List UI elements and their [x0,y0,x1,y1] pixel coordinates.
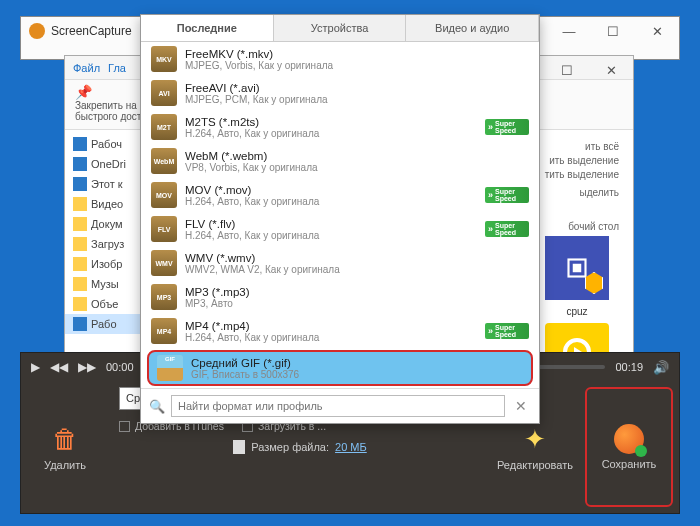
format-name: MP4 (*.mp4) [185,320,477,332]
save-button[interactable]: Сохранить [585,387,673,507]
format-badge-icon: MOV [151,182,177,208]
volume-icon[interactable]: 🔊 [653,360,669,375]
close-button[interactable]: ✕ [635,17,679,45]
format-badge-icon: MKV [151,46,177,72]
ribbon-tab-home[interactable]: Гла [108,62,126,74]
format-name: M2TS (*.m2ts) [185,116,477,128]
format-name: MOV (*.mov) [185,184,477,196]
format-detail: H.264, Авто, Как у оригинала [185,196,477,207]
tab-video-audio[interactable]: Видео и аудио [406,15,539,41]
format-search-input[interactable] [171,395,505,417]
format-badge-icon: AVI [151,80,177,106]
explorer-max-button[interactable]: ☐ [545,56,589,84]
gif-icon: GIF [157,355,183,381]
filesize-label: Размер файла: [251,441,329,453]
format-item[interactable]: AVI FreeAVI (*.avi) MJPEG, PCM, Как у ор… [141,76,539,110]
format-item[interactable]: FLV FLV (*.flv) H.264, Авто, Как у ориги… [141,212,539,246]
play-button[interactable]: ▶ [31,360,40,374]
format-dropdown: Последние Устройства Видео и аудио MKV F… [140,14,540,424]
superspeed-badge: Super Speed [485,187,529,203]
format-detail: MP3, Авто [185,298,529,309]
format-name: WebM (*.webm) [185,150,529,162]
tab-recent[interactable]: Последние [141,15,274,41]
pin-icon: 📌 [75,84,92,100]
search-icon: 🔍 [149,399,165,414]
format-detail: H.264, Авто, Как у оригинала [185,128,477,139]
format-item[interactable]: MOV MOV (*.mov) H.264, Авто, Как у ориги… [141,178,539,212]
ribbon-tab-file[interactable]: Файл [73,62,100,74]
format-badge-icon: FLV [151,216,177,242]
format-badge-icon: MP3 [151,284,177,310]
format-detail: WMV2, WMA V2, Как у оригинала [185,264,529,275]
superspeed-badge: Super Speed [485,119,529,135]
tab-devices[interactable]: Устройства [274,15,407,41]
app-title: ScreenCapture [51,24,132,38]
filesize-value[interactable]: 20 МБ [335,441,367,453]
wand-icon: ✦ [524,424,546,455]
format-item[interactable]: MKV FreeMKV (*.mkv) MJPEG, Vorbis, Как у… [141,42,539,76]
superspeed-badge: Super Speed [485,221,529,237]
superspeed-badge: Super Speed [485,323,529,339]
format-detail: VP8, Vorbis, Как у оригинала [185,162,529,173]
format-badge-icon: WebM [151,148,177,174]
format-item-selected[interactable]: GIF Средний GIF (*.gif) GIF, Вписать в 5… [147,350,533,386]
format-detail: GIF, Вписать в 500x376 [191,369,523,380]
format-name: FreeMKV (*.mkv) [185,48,529,60]
format-detail: H.264, Авто, Как у оригинала [185,332,477,343]
trash-icon: 🗑 [52,424,78,455]
format-item[interactable]: WebM WebM (*.webm) VP8, Vorbis, Как у ор… [141,144,539,178]
next-frame-button[interactable]: ▶▶ [78,360,96,374]
format-name: FLV (*.flv) [185,218,477,230]
format-name: MP3 (*.mp3) [185,286,529,298]
format-detail: MJPEG, PCM, Как у оригинала [185,94,529,105]
format-badge-icon: MP4 [151,318,177,344]
document-icon [233,440,245,454]
svg-rect-1 [573,264,582,273]
format-name: FreeAVI (*.avi) [185,82,529,94]
time-total: 00:19 [615,361,643,373]
maximize-button[interactable]: ☐ [591,17,635,45]
explorer-select-menu: ить всё ить выделение тить выделение ыде… [545,140,619,234]
minimize-button[interactable]: — [547,17,591,45]
format-item[interactable]: MP4 MP4 (*.mp4) H.264, Авто, Как у ориги… [141,314,539,348]
tile-cpuz[interactable] [545,236,609,300]
time-current: 00:00 [106,361,134,373]
tile-label: cpuz [566,306,587,317]
format-badge-icon: WMV [151,250,177,276]
explorer-close-button[interactable]: ✕ [589,56,633,84]
app-icon [29,23,45,39]
format-item[interactable]: MP3 MP3 (*.mp3) MP3, Авто [141,280,539,314]
format-detail: MJPEG, Vorbis, Как у оригинала [185,60,529,71]
delete-button[interactable]: 🗑 Удалить [21,381,109,513]
format-item[interactable]: WMV WMV (*.wmv) WMV2, WMA V2, Как у ориг… [141,246,539,280]
format-name: Средний GIF (*.gif) [191,357,523,369]
prev-frame-button[interactable]: ◀◀ [50,360,68,374]
clear-search-button[interactable]: ✕ [511,398,531,414]
format-item[interactable]: M2T M2TS (*.m2ts) H.264, Авто, Как у ори… [141,110,539,144]
save-icon [614,424,644,454]
format-detail: H.264, Авто, Как у оригинала [185,230,477,241]
format-name: WMV (*.wmv) [185,252,529,264]
format-badge-icon: M2T [151,114,177,140]
